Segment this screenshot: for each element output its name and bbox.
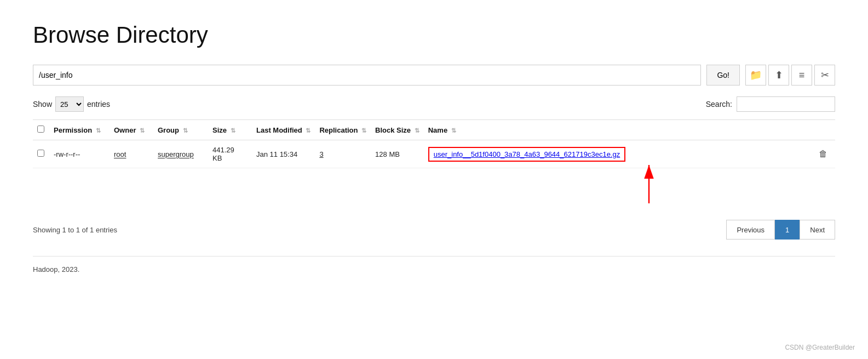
scissors-icon-button[interactable]: ✂ — [814, 65, 835, 86]
entries-select[interactable]: 10 25 50 100 — [55, 96, 84, 112]
row-checkbox[interactable] — [37, 150, 44, 157]
col-owner[interactable]: Owner ⇅ — [110, 120, 153, 140]
red-arrow-svg — [633, 159, 665, 203]
page-1-button[interactable]: 1 — [775, 220, 800, 240]
list-icon-button[interactable]: ≡ — [791, 65, 812, 86]
sort-name-icon: ⇅ — [451, 127, 456, 134]
upload-icon-button[interactable]: ⬆ — [768, 65, 789, 86]
col-group[interactable]: Group ⇅ — [153, 120, 208, 140]
entries-label: entries — [87, 100, 110, 109]
search-box: Search: — [706, 96, 835, 112]
file-table: Permission ⇅ Owner ⇅ Group ⇅ Size ⇅ Last… — [33, 119, 835, 168]
row-replication: 3 — [315, 140, 371, 168]
col-last-modified[interactable]: Last Modified ⇅ — [252, 120, 315, 140]
arrow-annotation — [33, 176, 835, 220]
row-last-modified: Jan 11 15:34 — [252, 140, 315, 168]
folder-icon-button[interactable]: 📁 — [745, 65, 766, 86]
previous-button[interactable]: Previous — [726, 220, 775, 240]
row-group: supergroup — [153, 140, 208, 168]
table-row: -rw-r--r-- root supergroup 441.29KB Jan … — [33, 140, 835, 168]
footer-text: Hadoop, 2023. — [33, 265, 835, 273]
row-size: 441.29KB — [208, 140, 252, 168]
sort-owner-icon: ⇅ — [140, 127, 145, 134]
icon-buttons: 📁 ⬆ ≡ ✂ — [745, 65, 835, 86]
table-header-row: Permission ⇅ Owner ⇅ Group ⇅ Size ⇅ Last… — [33, 120, 835, 140]
sort-blocksize-icon: ⇅ — [415, 127, 419, 134]
col-permission[interactable]: Permission ⇅ — [49, 120, 110, 140]
row-owner: root — [110, 140, 153, 168]
path-input[interactable] — [33, 65, 701, 86]
col-name[interactable]: Name ⇅ — [424, 120, 811, 140]
sort-lastmod-icon: ⇅ — [306, 127, 311, 134]
pagination-buttons: Previous 1 Next — [726, 220, 835, 240]
select-all-checkbox[interactable] — [37, 126, 44, 133]
pagination-row: Showing 1 to 1 of 1 entries Previous 1 N… — [33, 220, 835, 240]
sort-permission-icon: ⇅ — [96, 127, 101, 134]
showing-text: Showing 1 to 1 of 1 entries — [33, 226, 117, 234]
folder-icon: 📁 — [750, 69, 762, 81]
list-icon: ≡ — [799, 70, 805, 81]
go-button[interactable]: Go! — [706, 65, 740, 86]
page-title: Browse Directory — [33, 22, 835, 48]
file-link[interactable]: user_info__5d1f0400_3a78_4a63_9644_62171… — [434, 150, 620, 158]
upload-icon: ⬆ — [775, 69, 783, 81]
scissors-icon: ✂ — [821, 69, 829, 81]
footer-divider — [33, 256, 835, 257]
col-block-size[interactable]: Block Size ⇅ — [371, 120, 424, 140]
watermark: CSDN @GreaterBuilder — [785, 344, 855, 351]
col-size[interactable]: Size ⇅ — [208, 120, 252, 140]
sort-size-icon: ⇅ — [231, 127, 235, 134]
show-label: Show — [33, 100, 52, 109]
delete-button[interactable]: 🗑 — [815, 148, 831, 160]
row-name: user_info__5d1f0400_3a78_4a63_9644_62171… — [424, 140, 811, 168]
sort-replication-icon: ⇅ — [361, 127, 366, 134]
search-label: Search: — [706, 100, 732, 109]
row-permission: -rw-r--r-- — [49, 140, 110, 168]
show-entries: Show 10 25 50 100 entries — [33, 96, 110, 112]
file-name-highlighted[interactable]: user_info__5d1f0400_3a78_4a63_9644_62171… — [428, 147, 625, 162]
sort-group-icon: ⇅ — [183, 127, 188, 134]
row-action: 🗑 — [811, 140, 835, 168]
path-bar: Go! 📁 ⬆ ≡ ✂ — [33, 65, 835, 86]
controls-row: Show 10 25 50 100 entries Search: — [33, 96, 835, 112]
row-block-size: 128 MB — [371, 140, 424, 168]
col-replication[interactable]: Replication ⇅ — [315, 120, 371, 140]
search-input[interactable] — [737, 96, 835, 112]
col-checkbox — [33, 120, 49, 140]
next-button[interactable]: Next — [800, 220, 835, 240]
col-action — [811, 120, 835, 140]
row-checkbox-cell — [33, 140, 49, 168]
